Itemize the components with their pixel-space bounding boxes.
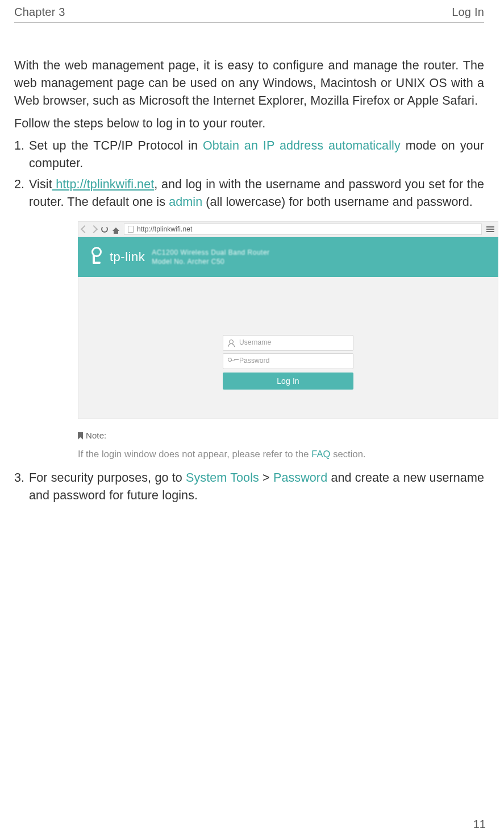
tp-link-mark-icon bbox=[89, 249, 105, 265]
note-label: Note: bbox=[78, 429, 484, 442]
user-icon bbox=[228, 340, 235, 346]
note-text: If the login window does not appear, ple… bbox=[78, 448, 484, 461]
intro-paragraph: With the web management page, it is easy… bbox=[14, 57, 484, 110]
follow-text: Follow the steps below to log in to your… bbox=[14, 115, 484, 133]
section-title: Log In bbox=[452, 6, 484, 19]
browser-toolbar: http://tplinkwifi.net bbox=[78, 221, 498, 237]
password-menu-text: Password bbox=[273, 471, 327, 485]
page-icon bbox=[128, 226, 134, 233]
login-screenshot: http://tplinkwifi.net tp-link AC1200 W bbox=[78, 221, 498, 419]
forward-icon[interactable] bbox=[90, 225, 98, 233]
page-header: Chapter 3 Log In bbox=[14, 6, 484, 23]
key-icon bbox=[228, 358, 235, 365]
step-1: Set up the TCP/IP Protocol in Obtain an … bbox=[14, 137, 484, 172]
home-icon[interactable] bbox=[113, 227, 119, 231]
tplinkwifi-link[interactable]: http://tplinkwifi.net bbox=[52, 177, 155, 191]
username-input[interactable]: Username bbox=[223, 335, 353, 351]
router-page-body: Username Password Log In bbox=[78, 277, 498, 419]
back-icon[interactable] bbox=[81, 225, 89, 233]
url-text: http://tplinkwifi.net bbox=[137, 225, 192, 234]
admin-text: admin bbox=[169, 195, 202, 209]
page-number: 11 bbox=[473, 818, 486, 831]
router-model-text: AC1200 Wireless Dual Band Router Model N… bbox=[152, 248, 269, 267]
system-tools-text: System Tools bbox=[186, 471, 259, 485]
step-3: For security purposes, go to System Tool… bbox=[14, 469, 484, 504]
menu-icon[interactable] bbox=[486, 226, 494, 232]
tp-link-logo: tp-link bbox=[89, 248, 145, 266]
step-2: Visit http://tplinkwifi.net, and log in … bbox=[14, 176, 484, 461]
router-page-header: tp-link AC1200 Wireless Dual Band Router… bbox=[78, 237, 498, 277]
obtain-ip-text: Obtain an IP address automatically bbox=[203, 139, 401, 152]
bookmark-icon bbox=[78, 432, 83, 440]
address-bar[interactable]: http://tplinkwifi.net bbox=[124, 224, 482, 235]
password-input[interactable]: Password bbox=[223, 353, 353, 369]
faq-link[interactable]: FAQ bbox=[311, 449, 330, 459]
login-button[interactable]: Log In bbox=[223, 373, 353, 390]
chapter-label: Chapter 3 bbox=[14, 6, 65, 19]
reload-icon[interactable] bbox=[101, 226, 108, 233]
